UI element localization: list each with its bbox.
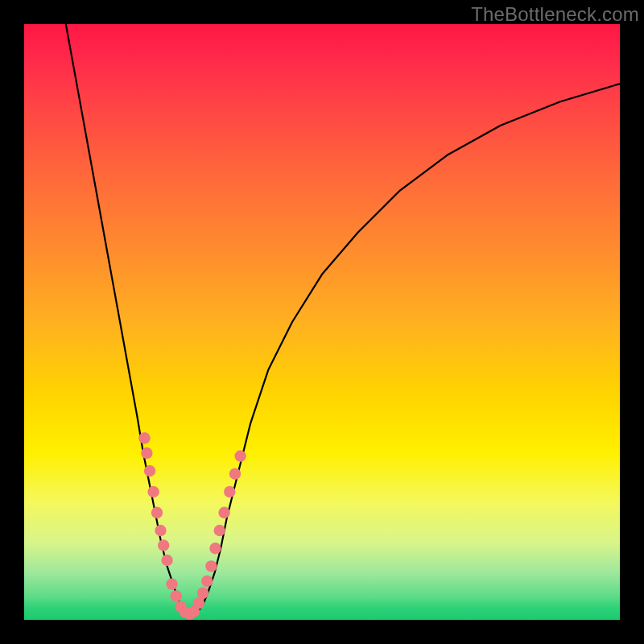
data-point <box>205 560 217 572</box>
data-point <box>151 507 163 518</box>
data-point <box>161 555 172 566</box>
data-point <box>147 486 159 497</box>
data-points-group <box>138 432 246 620</box>
plot-area <box>24 24 620 620</box>
data-point <box>234 450 246 461</box>
bottleneck-curve <box>66 24 620 614</box>
data-point <box>193 597 204 609</box>
data-point <box>166 578 177 589</box>
data-point <box>209 543 221 554</box>
data-point <box>141 448 152 459</box>
watermark-text: TheBottleneck.com <box>471 3 639 26</box>
data-point <box>229 469 241 480</box>
data-point <box>138 432 150 444</box>
data-point <box>155 525 166 536</box>
data-point <box>144 465 155 477</box>
chart-frame: TheBottleneck.com <box>0 0 644 644</box>
chart-svg <box>24 24 620 620</box>
data-point <box>201 576 213 587</box>
data-point <box>171 590 182 601</box>
data-point <box>224 486 235 497</box>
data-point <box>197 588 208 599</box>
data-point <box>158 539 169 551</box>
data-point <box>218 507 229 518</box>
data-point <box>214 525 225 536</box>
